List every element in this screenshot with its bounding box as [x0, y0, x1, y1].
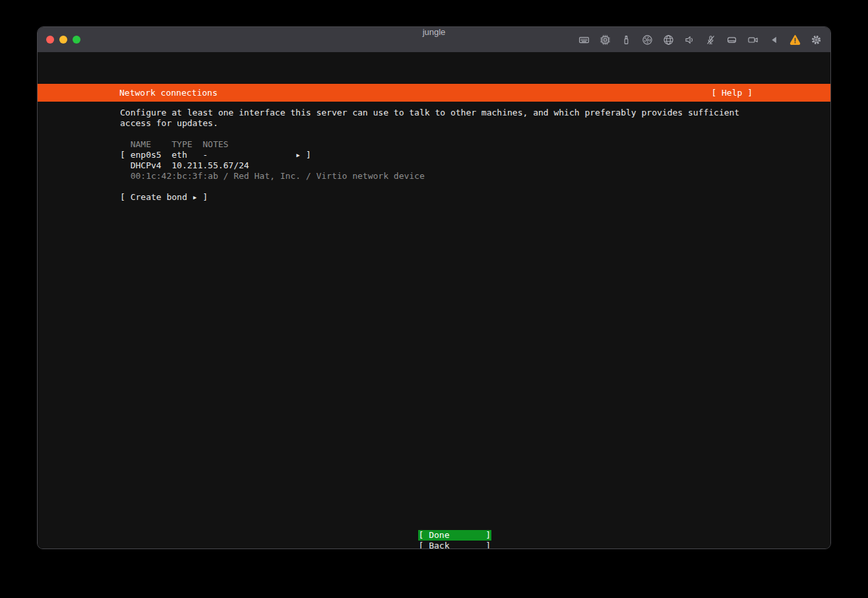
minimize-button[interactable] [59, 36, 67, 44]
hard-disk-icon[interactable] [726, 34, 737, 46]
zoom-button[interactable] [73, 36, 80, 44]
done-button[interactable]: [ Done ] [38, 519, 830, 530]
camera-icon[interactable] [747, 34, 759, 46]
vm-window: jungle [37, 26, 831, 549]
close-button[interactable] [46, 36, 54, 44]
device-dhcp-row: DHCPv4 10.211.55.67/24 [120, 160, 804, 171]
keyboard-icon[interactable] [578, 34, 590, 46]
installer-screen: Network connections [ Help ] Configure a… [38, 52, 830, 549]
done-button-label[interactable]: [ Done ] [418, 530, 492, 541]
page-title: Network connections [119, 84, 218, 102]
network-globe-icon[interactable] [663, 34, 674, 46]
usb-icon[interactable] [621, 34, 632, 46]
cd-disc-icon[interactable] [642, 34, 653, 46]
parallels-triangle-icon[interactable] [768, 34, 780, 46]
device-row-enp0s5[interactable]: [ enp0s5 eth - ▸ ] [120, 150, 804, 160]
back-button-label[interactable]: [ Back ] [418, 541, 492, 549]
screen-header: Network connections [ Help ] [38, 84, 830, 102]
create-bond-button[interactable]: [ Create bond ▸ ] [120, 192, 804, 203]
device-table-header: NAME TYPE NOTES [120, 139, 804, 150]
help-button[interactable]: [ Help ] [711, 84, 753, 102]
cpu-icon[interactable] [600, 34, 611, 46]
microphone-muted-icon[interactable] [705, 34, 716, 46]
traffic-lights [46, 36, 80, 44]
sound-icon[interactable] [684, 34, 695, 46]
window-titlebar[interactable]: jungle [38, 27, 830, 52]
instructions-line-1: Configure at least one interface this se… [120, 108, 804, 118]
instructions-line-2: access for updates. [120, 118, 804, 129]
screen-footer: [ Done ] [ Back ] [38, 519, 830, 541]
vm-toolbar [578, 27, 822, 52]
screen-content: Configure at least one interface this se… [120, 108, 804, 203]
device-info-row: 00:1c:42:bc:3f:ab / Red Hat, Inc. / Virt… [120, 171, 804, 182]
warning-icon[interactable] [790, 34, 801, 46]
settings-gear-icon[interactable] [811, 34, 822, 46]
